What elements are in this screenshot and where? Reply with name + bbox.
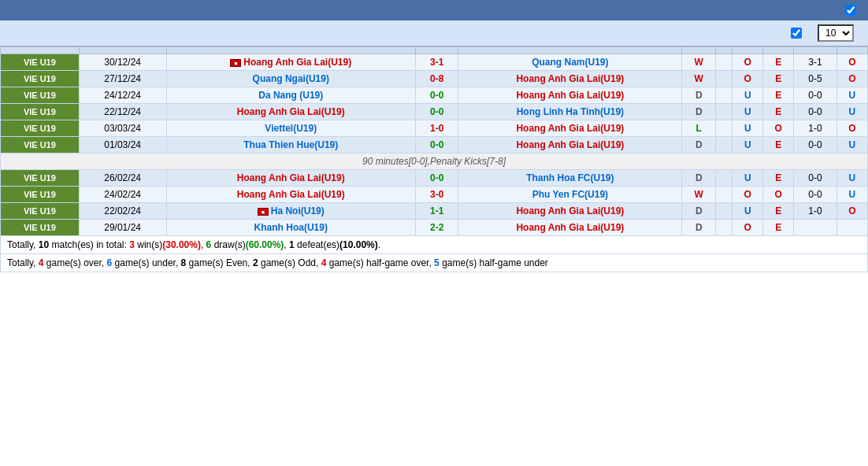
col-team1 xyxy=(166,47,416,54)
ou25-cell: U xyxy=(733,137,763,153)
main-container: 10 5 15 20 30 All xyxy=(0,0,868,272)
league-cell: VIE U19 xyxy=(1,220,80,236)
wdl-cell: D xyxy=(682,104,716,120)
odds-cell xyxy=(716,220,733,236)
team2-cell: Hoang Anh Gia Lai(U19) xyxy=(458,137,682,153)
team2-cell: Phu Yen FC(U19) xyxy=(458,187,682,203)
result-cell: 2-2 xyxy=(416,220,458,236)
ou25-cell: U xyxy=(733,170,763,187)
table-body: VIE U1930/12/24■Hoang Anh Gia Lai(U19)3-… xyxy=(1,54,868,236)
ht-cell: 0-0 xyxy=(794,137,836,153)
wdl-cell: W xyxy=(682,71,716,87)
league-checkbox[interactable] xyxy=(791,28,802,39)
ou25-cell: U xyxy=(733,203,763,220)
table-row: VIE U1922/02/24■Ha Noi(U19)1-1Hoang Anh … xyxy=(1,203,868,220)
table-header-row xyxy=(1,47,868,54)
table-row: VIE U1903/03/24Viettel(U19)1-0Hoang Anh … xyxy=(1,120,868,137)
penalty-note-cell: 90 minutes[0-0],Penalty Kicks[7-8] xyxy=(1,153,868,170)
league-cell: VIE U19 xyxy=(1,104,80,120)
display-notes-label[interactable] xyxy=(845,5,860,16)
league-cell: VIE U19 xyxy=(1,203,80,220)
team2-cell: Hoang Anh Gia Lai(U19) xyxy=(458,203,682,220)
team1-cell: Da Nang (U19) xyxy=(166,87,416,104)
league-cell: VIE U19 xyxy=(1,187,80,203)
odds-cell xyxy=(716,71,733,87)
ou25-cell: U xyxy=(733,120,763,137)
league-filter-label[interactable] xyxy=(791,28,805,39)
ou075-cell: U xyxy=(836,104,867,120)
wdl-cell: W xyxy=(682,54,716,71)
flag-icon: ■ xyxy=(258,208,269,216)
col-ou25 xyxy=(733,47,763,54)
odd-even-cell: E xyxy=(763,71,794,87)
ht-cell: 0-5 xyxy=(794,71,836,87)
table-row: VIE U1926/02/24Hoang Anh Gia Lai(U19)0-0… xyxy=(1,170,868,187)
ou075-cell: U xyxy=(836,170,867,187)
team1-cell: Thua Thien Hue(U19) xyxy=(166,137,416,153)
ht-cell: 0-0 xyxy=(794,187,836,203)
col-ht xyxy=(794,47,836,54)
col-odd-even xyxy=(763,47,794,54)
league-cell: VIE U19 xyxy=(1,170,80,187)
odd-even-cell: O xyxy=(763,120,794,137)
result-cell: 0-0 xyxy=(416,137,458,153)
odd-even-cell: E xyxy=(763,104,794,120)
odds-cell xyxy=(716,137,733,153)
table-row: VIE U1927/12/24Quang Ngai(U19)0-8Hoang A… xyxy=(1,71,868,87)
wdl-cell: D xyxy=(682,203,716,220)
odd-even-cell: E xyxy=(763,87,794,104)
odds-cell xyxy=(716,54,733,71)
wdl-cell: D xyxy=(682,137,716,153)
col-team2 xyxy=(458,47,682,54)
filter-row: 10 5 15 20 30 All xyxy=(0,20,868,46)
odds-cell xyxy=(716,120,733,137)
ht-cell: 0-0 xyxy=(794,170,836,187)
flag-icon: ■ xyxy=(230,59,241,67)
table-row: VIE U1929/01/24Khanh Hoa(U19)2-2Hoang An… xyxy=(1,220,868,236)
ou25-cell: O xyxy=(733,220,763,236)
result-cell: 1-1 xyxy=(416,203,458,220)
team1-cell: Hoang Anh Gia Lai(U19) xyxy=(166,187,416,203)
table-row: VIE U1924/12/24Da Nang (U19)0-0Hoang Anh… xyxy=(1,87,868,104)
date-cell: 30/12/24 xyxy=(79,54,166,71)
result-cell: 3-1 xyxy=(416,54,458,71)
display-notes-checkbox[interactable] xyxy=(845,5,856,16)
league-cell: VIE U19 xyxy=(1,71,80,87)
ht-cell xyxy=(794,220,836,236)
summary-row: Totally, 4 game(s) over, 6 game(s) under… xyxy=(1,254,868,272)
date-cell: 26/02/24 xyxy=(79,170,166,187)
team2-cell: Hong Linh Ha Tinh(U19) xyxy=(458,104,682,120)
date-cell: 29/01/24 xyxy=(79,220,166,236)
date-cell: 22/02/24 xyxy=(79,203,166,220)
wdl-cell: D xyxy=(682,87,716,104)
date-cell: 24/12/24 xyxy=(79,87,166,104)
odd-even-cell: O xyxy=(763,187,794,203)
summary-cell: Totally, 4 game(s) over, 6 game(s) under… xyxy=(1,254,868,272)
odds-cell xyxy=(716,170,733,187)
odds-cell xyxy=(716,87,733,104)
col-odds xyxy=(716,47,733,54)
ht-cell: 1-0 xyxy=(794,203,836,220)
result-cell: 0-0 xyxy=(416,170,458,187)
games-select[interactable]: 10 5 15 20 30 All xyxy=(818,24,854,42)
date-cell: 24/02/24 xyxy=(79,187,166,203)
team1-cell: Quang Ngai(U19) xyxy=(166,71,416,87)
scores-table: VIE U1930/12/24■Hoang Anh Gia Lai(U19)3-… xyxy=(0,46,868,272)
ou075-cell: U xyxy=(836,137,867,153)
summary-cell: Totally, 10 match(es) in total: 3 win(s)… xyxy=(1,236,868,254)
ht-cell: 3-1 xyxy=(794,54,836,71)
odd-even-cell: E xyxy=(763,170,794,187)
league-cell: VIE U19 xyxy=(1,120,80,137)
result-cell: 0-0 xyxy=(416,104,458,120)
ou075-cell: U xyxy=(836,187,867,203)
ou25-cell: O xyxy=(733,54,763,71)
result-cell: 1-0 xyxy=(416,120,458,137)
col-result xyxy=(416,47,458,54)
table-row: VIE U1901/03/24Thua Thien Hue(U19)0-0Hoa… xyxy=(1,137,868,153)
league-cell: VIE U19 xyxy=(1,137,80,153)
table-row: VIE U1930/12/24■Hoang Anh Gia Lai(U19)3-… xyxy=(1,54,868,71)
team1-cell: Hoang Anh Gia Lai(U19) xyxy=(166,104,416,120)
summary-row: Totally, 10 match(es) in total: 3 win(s)… xyxy=(1,236,868,254)
team1-cell: Hoang Anh Gia Lai(U19) xyxy=(166,170,416,187)
odds-cell xyxy=(716,203,733,220)
